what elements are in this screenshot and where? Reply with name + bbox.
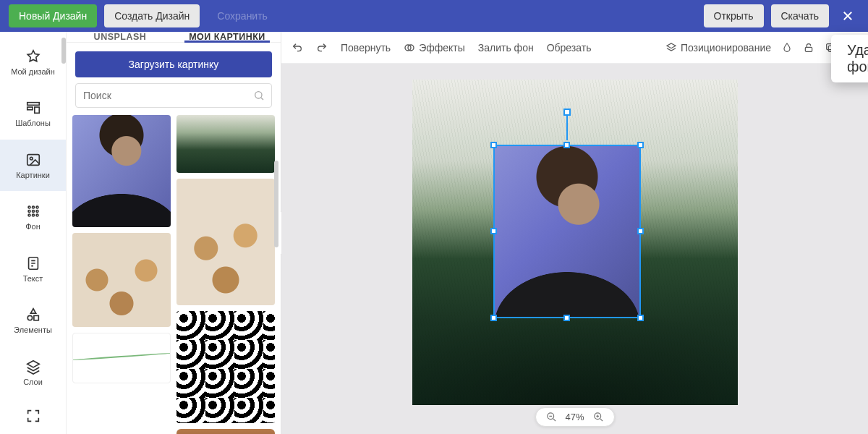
- effects-tool[interactable]: Эффекты: [404, 42, 465, 54]
- thumbnail[interactable]: [72, 333, 171, 383]
- svg-rect-0: [27, 103, 39, 106]
- rail-layers[interactable]: Слои: [0, 346, 66, 398]
- grid-icon: [25, 203, 41, 219]
- redo-icon: [316, 42, 328, 54]
- thumbnail[interactable]: [72, 233, 171, 327]
- stage[interactable]: 47%: [281, 64, 868, 434]
- rail-templates[interactable]: Шаблоны: [0, 88, 66, 139]
- save-button: Сохранить: [207, 4, 278, 27]
- svg-rect-1: [27, 107, 32, 110]
- svg-point-9: [32, 210, 34, 213]
- svg-point-7: [36, 206, 38, 208]
- resize-handle-ne[interactable]: [637, 142, 644, 148]
- thumbnail[interactable]: [176, 311, 275, 423]
- resize-handle-w[interactable]: [490, 228, 497, 234]
- opacity-icon[interactable]: [781, 42, 793, 54]
- svg-point-12: [32, 214, 34, 216]
- svg-rect-3: [27, 154, 39, 165]
- effects-icon: [404, 42, 415, 54]
- selected-image[interactable]: [493, 145, 641, 318]
- tool-label: Позиционирование: [681, 42, 771, 54]
- rail-label: Фон: [25, 222, 41, 231]
- new-design-button[interactable]: Новый Дизайн: [9, 4, 97, 27]
- rotate-tool[interactable]: Повернуть: [341, 42, 391, 54]
- svg-point-4: [30, 157, 33, 160]
- upload-image-button[interactable]: Загрузить картинку: [75, 51, 272, 77]
- svg-point-6: [32, 206, 34, 208]
- svg-point-10: [36, 210, 38, 213]
- shapes-icon: [25, 307, 41, 323]
- svg-point-8: [28, 210, 30, 213]
- canvas-area: Повернуть Эффекты Залить фон Обрезать По…: [281, 32, 868, 434]
- download-button[interactable]: Скачать: [771, 4, 830, 27]
- rail-my-design[interactable]: Мой дизайн: [0, 36, 66, 88]
- undo-icon: [292, 42, 303, 54]
- svg-point-11: [28, 214, 30, 216]
- tab-unsplash[interactable]: UNSPLASH: [67, 32, 174, 42]
- close-icon[interactable]: [836, 4, 859, 27]
- thumbnail[interactable]: [72, 115, 171, 227]
- rail-label: Элементы: [14, 326, 52, 334]
- templates-icon: [25, 100, 41, 116]
- resize-handle-nw[interactable]: [490, 142, 497, 148]
- svg-point-17: [255, 92, 262, 98]
- zoom-out-icon[interactable]: [545, 412, 556, 422]
- top-bar: Новый Дизайн Создать Дизайн Сохранить От…: [0, 0, 868, 32]
- svg-rect-16: [33, 316, 38, 320]
- rail-background[interactable]: Фон: [0, 191, 66, 242]
- remove-bg-popover[interactable]: Удалить фон: [831, 35, 868, 82]
- panel-scrollbar[interactable]: [273, 74, 279, 430]
- star-icon: [25, 48, 41, 64]
- tool-label: Эффекты: [419, 42, 465, 54]
- search-input[interactable]: [75, 83, 272, 108]
- nav-rail: Мой дизайн Шаблоны Картинки Фон Текст Эл…: [0, 32, 67, 434]
- context-toolbar: Повернуть Эффекты Залить фон Обрезать По…: [281, 32, 868, 64]
- zoom-in-icon[interactable]: [593, 412, 604, 422]
- rotation-handle[interactable]: [563, 109, 571, 116]
- positioning-tool[interactable]: Позиционирование: [665, 42, 771, 54]
- text-icon: [25, 255, 41, 271]
- thumbnail[interactable]: [176, 429, 275, 434]
- open-button[interactable]: Открыть: [704, 4, 764, 27]
- zoom-control: 47%: [535, 407, 614, 427]
- rail-label: Текст: [23, 274, 43, 283]
- rail-label: Шаблоны: [15, 119, 51, 127]
- resize-handle-se[interactable]: [637, 315, 644, 321]
- resize-handle-n[interactable]: [563, 142, 570, 148]
- rail-images[interactable]: Картинки: [0, 140, 66, 191]
- redo-button[interactable]: [316, 42, 328, 54]
- layers-icon: [25, 359, 41, 375]
- expand-icon: [25, 408, 41, 424]
- thumbnail[interactable]: [176, 179, 275, 305]
- image-icon: [25, 152, 41, 168]
- svg-point-13: [36, 214, 38, 216]
- unlock-icon[interactable]: [803, 42, 814, 54]
- crop-tool[interactable]: Обрезать: [547, 42, 592, 54]
- image-gallery: [72, 115, 275, 434]
- svg-rect-20: [805, 47, 812, 51]
- search-icon: [253, 90, 265, 101]
- tab-my-images[interactable]: МОИ КАРТИНКИ: [174, 32, 281, 42]
- resize-handle-sw[interactable]: [490, 315, 497, 321]
- svg-point-5: [28, 206, 30, 208]
- layers-icon: [665, 42, 677, 54]
- selected-element[interactable]: [493, 145, 641, 318]
- zoom-value: 47%: [565, 412, 584, 422]
- svg-rect-2: [34, 107, 38, 113]
- thumbnail[interactable]: [176, 115, 275, 173]
- create-design-button[interactable]: Создать Дизайн: [104, 4, 200, 27]
- svg-point-15: [27, 316, 32, 320]
- fill-bg-tool[interactable]: Залить фон: [478, 42, 534, 54]
- resize-handle-e[interactable]: [637, 228, 644, 234]
- artboard[interactable]: [412, 80, 738, 405]
- rail-label: Слои: [23, 378, 43, 386]
- rail-elements[interactable]: Элементы: [0, 294, 66, 346]
- side-panel: UNSPLASH МОИ КАРТИНКИ Загрузить картинку: [67, 32, 281, 434]
- rail-label: Картинки: [16, 171, 50, 179]
- resize-handle-s[interactable]: [563, 315, 570, 321]
- undo-button[interactable]: [292, 42, 303, 54]
- rail-fullscreen[interactable]: [0, 398, 66, 434]
- rotation-stem: [566, 113, 568, 140]
- rail-label: Мой дизайн: [11, 67, 55, 76]
- rail-text[interactable]: Текст: [0, 243, 66, 294]
